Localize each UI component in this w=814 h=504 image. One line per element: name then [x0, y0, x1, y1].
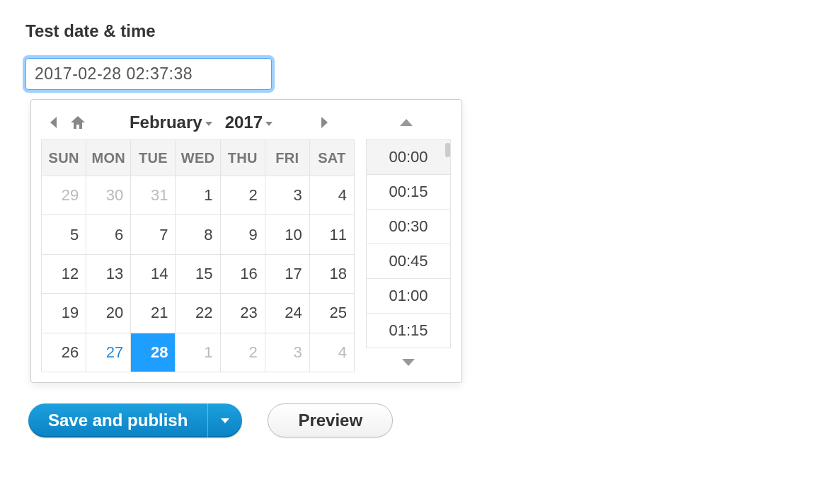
time-option[interactable]: 00:00: [367, 140, 450, 175]
triangle-left-icon: [49, 116, 59, 129]
calendar-day[interactable]: 27: [86, 333, 131, 372]
calendar-day[interactable]: 5: [42, 215, 86, 254]
datetime-input[interactable]: [25, 58, 272, 90]
calendar-day[interactable]: 20: [86, 294, 131, 333]
chevron-down-icon: [265, 122, 273, 126]
year-select[interactable]: 2017: [225, 113, 273, 132]
calendar-grid: SUNMONTUEWEDTHUFRISAT 293031123456789101…: [41, 139, 355, 372]
calendar-day[interactable]: 25: [309, 294, 354, 333]
time-option[interactable]: 01:15: [367, 314, 450, 348]
calendar-day[interactable]: 2: [220, 176, 265, 215]
triangle-right-icon: [319, 116, 329, 129]
chevron-down-icon: [221, 418, 229, 423]
calendar-day[interactable]: 19: [42, 294, 86, 333]
field-label: Test date & time: [25, 21, 789, 41]
calendar-day[interactable]: 28: [131, 333, 176, 372]
year-label: 2017: [225, 113, 263, 132]
save-and-publish-label: Save and publish: [28, 403, 207, 437]
calendar-day[interactable]: 4: [309, 333, 354, 372]
calendar-day[interactable]: 16: [220, 254, 265, 293]
calendar-day[interactable]: 1: [176, 333, 220, 372]
calendar-day[interactable]: 26: [42, 333, 86, 372]
triangle-up-icon: [400, 119, 413, 126]
save-and-publish-dropdown[interactable]: [207, 403, 242, 437]
month-label: February: [130, 113, 202, 132]
calendar-day[interactable]: 30: [86, 176, 131, 215]
calendar-day[interactable]: 12: [42, 254, 86, 293]
dow-header: WED: [176, 140, 220, 176]
calendar-day[interactable]: 24: [265, 294, 309, 333]
time-option[interactable]: 00:15: [367, 175, 450, 210]
prev-month-button[interactable]: [44, 113, 64, 132]
calendar-day[interactable]: 7: [131, 215, 176, 254]
calendar-day[interactable]: 29: [42, 176, 86, 215]
chevron-down-icon: [205, 122, 212, 126]
preview-button[interactable]: Preview: [268, 403, 393, 437]
triangle-down-icon: [402, 359, 415, 366]
home-icon: [69, 115, 86, 130]
time-option[interactable]: 01:00: [367, 279, 450, 314]
calendar-day[interactable]: 10: [265, 215, 309, 254]
dow-header: SAT: [309, 140, 354, 176]
dow-header: MON: [86, 140, 131, 176]
dow-header: TUE: [131, 140, 176, 176]
calendar-day[interactable]: 15: [176, 254, 220, 293]
calendar-day[interactable]: 2: [220, 333, 265, 372]
calendar-day[interactable]: 8: [176, 215, 220, 254]
time-scroll-up[interactable]: [364, 113, 449, 132]
calendar-day[interactable]: 31: [131, 176, 176, 215]
today-button[interactable]: [68, 113, 88, 132]
svg-marker-2: [321, 117, 328, 128]
calendar-day[interactable]: 22: [176, 294, 220, 333]
calendar-day[interactable]: 3: [265, 176, 309, 215]
svg-marker-1: [71, 116, 85, 129]
time-option[interactable]: 00:30: [367, 210, 450, 244]
calendar-day[interactable]: 1: [176, 176, 220, 215]
calendar-day[interactable]: 6: [86, 215, 131, 254]
calendar-day[interactable]: 21: [131, 294, 176, 333]
calendar-day[interactable]: 18: [309, 254, 354, 293]
datepicker-popup: February 2017 SUNMONTUEWEDTHUFRISAT 2930…: [30, 99, 462, 383]
time-scroll-down[interactable]: [366, 353, 451, 372]
calendar-day[interactable]: 11: [309, 215, 354, 254]
dow-header: FRI: [265, 140, 309, 176]
dow-header: THU: [220, 140, 265, 176]
save-and-publish-button[interactable]: Save and publish: [28, 403, 242, 437]
calendar-day[interactable]: 9: [220, 215, 265, 254]
calendar-day[interactable]: 3: [265, 333, 309, 372]
time-list: 00:0000:1500:3000:4501:0001:15: [366, 139, 451, 348]
svg-marker-0: [50, 117, 57, 128]
time-option[interactable]: 00:45: [367, 244, 450, 279]
next-month-button[interactable]: [314, 113, 334, 132]
calendar-day[interactable]: 4: [309, 176, 354, 215]
calendar-day[interactable]: 17: [265, 254, 309, 293]
calendar-day[interactable]: 23: [220, 294, 265, 333]
month-select[interactable]: February: [130, 113, 212, 132]
dow-header: SUN: [42, 140, 86, 176]
calendar-day[interactable]: 14: [131, 254, 176, 293]
calendar-day[interactable]: 13: [86, 254, 131, 293]
